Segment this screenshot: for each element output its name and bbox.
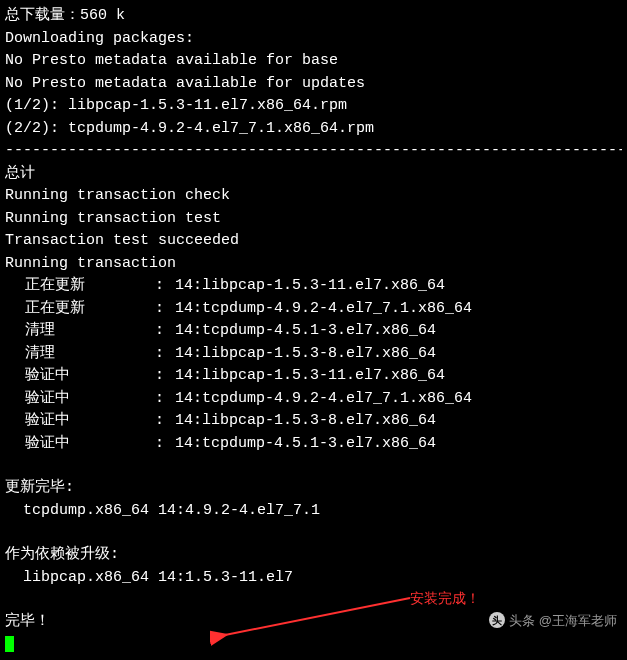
blank-line (5, 522, 622, 544)
watermark-brand: 头条 (509, 611, 535, 631)
total-label: 总计 (5, 163, 622, 186)
transaction-row: 验证中: 14:tcpdump-4.9.2-4.el7_7.1.x86_64 (5, 388, 622, 411)
transaction-package: 14:tcpdump-4.5.1-3.el7.x86_64 (175, 320, 622, 343)
watermark: 头 头条 @王海军老师 (489, 611, 617, 631)
transaction-package: 14:libpcap-1.5.3-8.el7.x86_64 (175, 343, 622, 366)
divider: ----------------------------------------… (5, 140, 622, 163)
watermark-icon: 头 (489, 612, 505, 628)
transaction-succeeded: Transaction test succeeded (5, 230, 622, 253)
transaction-row: 正在更新: 14:tcpdump-4.9.2-4.el7_7.1.x86_64 (5, 298, 622, 321)
transaction-row: 清理: 14:libpcap-1.5.3-8.el7.x86_64 (5, 343, 622, 366)
transaction-action: 正在更新 (5, 275, 155, 298)
transaction-action: 正在更新 (5, 298, 155, 321)
transaction-action: 清理 (5, 320, 155, 343)
transaction-sep: : (155, 365, 175, 388)
transaction-sep: : (155, 433, 175, 456)
transaction-sep: : (155, 343, 175, 366)
transaction-action: 验证中 (5, 388, 155, 411)
downloading-packages: Downloading packages: (5, 28, 622, 51)
transaction-action: 验证中 (5, 365, 155, 388)
cursor-line (5, 634, 622, 657)
transaction-package: 14:libpcap-1.5.3-11.el7.x86_64 (175, 365, 622, 388)
dependency-title: 作为依赖被升级: (5, 544, 622, 567)
transaction-action: 验证中 (5, 433, 155, 456)
transaction-row: 验证中: 14:libpcap-1.5.3-11.el7.x86_64 (5, 365, 622, 388)
transaction-package: 14:libpcap-1.5.3-11.el7.x86_64 (175, 275, 622, 298)
transaction-package: 14:tcpdump-4.9.2-4.el7_7.1.x86_64 (175, 388, 622, 411)
transaction-check: Running transaction check (5, 185, 622, 208)
transaction-sep: : (155, 320, 175, 343)
presto-base: No Presto metadata available for base (5, 50, 622, 73)
transaction-sep: : (155, 275, 175, 298)
transaction-sep: : (155, 298, 175, 321)
transaction-action: 清理 (5, 343, 155, 366)
transaction-package: 14:libpcap-1.5.3-8.el7.x86_64 (175, 410, 622, 433)
cursor-icon (5, 636, 14, 652)
transaction-package: 14:tcpdump-4.5.1-3.el7.x86_64 (175, 433, 622, 456)
transaction-sep: : (155, 388, 175, 411)
presto-updates: No Presto metadata available for updates (5, 73, 622, 96)
updated-package: tcpdump.x86_64 14:4.9.2-4.el7_7.1 (5, 500, 622, 523)
updated-title: 更新完毕: (5, 477, 622, 500)
transaction-package: 14:tcpdump-4.9.2-4.el7_7.1.x86_64 (175, 298, 622, 321)
transaction-action: 验证中 (5, 410, 155, 433)
blank-line (5, 455, 622, 477)
dependency-package: libpcap.x86_64 14:1.5.3-11.el7 (5, 567, 622, 590)
annotation-text: 安装完成！ (410, 588, 480, 609)
running-transaction: Running transaction (5, 253, 622, 276)
transaction-row: 正在更新: 14:libpcap-1.5.3-11.el7.x86_64 (5, 275, 622, 298)
transaction-row: 验证中: 14:libpcap-1.5.3-8.el7.x86_64 (5, 410, 622, 433)
transaction-sep: : (155, 410, 175, 433)
package-download-2: (2/2): tcpdump-4.9.2-4.el7_7.1.x86_64.rp… (5, 118, 622, 141)
transaction-row: 清理: 14:tcpdump-4.5.1-3.el7.x86_64 (5, 320, 622, 343)
transaction-test: Running transaction test (5, 208, 622, 231)
package-download-1: (1/2): libpcap-1.5.3-11.el7.x86_64.rpm (5, 95, 622, 118)
blank-line (5, 589, 622, 611)
watermark-text: @王海军老师 (539, 611, 617, 631)
download-total: 总下载量：560 k (5, 5, 622, 28)
transaction-row: 验证中: 14:tcpdump-4.5.1-3.el7.x86_64 (5, 433, 622, 456)
